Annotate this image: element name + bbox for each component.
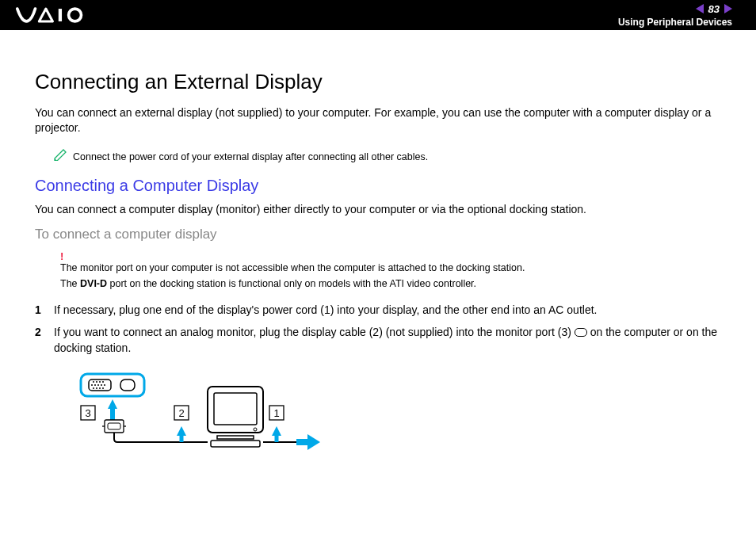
svg-point-12	[102, 381, 104, 383]
task-heading: To connect a computer display	[35, 227, 721, 242]
svg-point-5	[94, 384, 96, 386]
svg-point-13	[93, 387, 94, 389]
step-text: If you want to connect an analog monitor…	[54, 324, 721, 357]
next-page-icon[interactable]	[724, 4, 732, 13]
info-post: port on the docking station is functiona…	[107, 278, 476, 289]
step-text: If necessary, plug one end of the displa…	[54, 302, 597, 318]
monitor-port-icon	[575, 328, 587, 337]
svg-rect-30	[217, 436, 254, 439]
svg-point-32	[254, 428, 257, 431]
warning-block: ! The monitor port on your computer is n…	[60, 250, 721, 273]
header-bar: 83 Using Peripheral Devices	[0, 0, 756, 30]
note-block: Connect the power cord of your external …	[54, 151, 721, 162]
warning-text: The monitor port on your computer is not…	[60, 262, 721, 273]
svg-marker-34	[272, 426, 281, 436]
svg-point-11	[99, 381, 101, 383]
subheading: Connecting a Computer Display	[35, 177, 721, 195]
step-item: 1 If necessary, plug one end of the disp…	[35, 302, 721, 318]
svg-point-9	[93, 381, 94, 383]
svg-rect-36	[296, 439, 307, 445]
svg-rect-35	[275, 436, 279, 442]
step-item: 2 If you want to connect an analog monit…	[35, 324, 721, 357]
pencil-note-icon	[54, 148, 68, 161]
diagram-label-2: 2	[178, 407, 184, 419]
svg-rect-17	[120, 380, 135, 391]
step-number: 1	[35, 302, 54, 318]
svg-point-16	[102, 387, 104, 389]
svg-rect-29	[214, 393, 257, 425]
svg-point-15	[99, 387, 101, 389]
sub-intro: You can connect a computer display (moni…	[35, 203, 721, 216]
svg-point-6	[97, 384, 99, 386]
svg-point-4	[91, 384, 93, 386]
info-block: The DVI-D port on the docking station is…	[60, 278, 721, 289]
vaio-logo	[16, 6, 103, 24]
svg-point-14	[96, 387, 97, 389]
page-number: 83	[708, 3, 720, 15]
svg-marker-37	[307, 434, 320, 450]
diagram-label-1: 1	[273, 407, 279, 419]
info-pre: The	[60, 278, 80, 289]
svg-rect-20	[110, 409, 115, 420]
svg-point-1	[69, 9, 82, 21]
svg-rect-31	[211, 441, 260, 447]
svg-rect-27	[180, 436, 184, 442]
note-text: Connect the power cord of your external …	[73, 151, 428, 162]
svg-point-7	[101, 384, 102, 386]
section-title: Using Peripheral Devices	[618, 17, 732, 28]
step-number: 2	[35, 324, 54, 340]
diagram-label-3: 3	[85, 407, 90, 419]
svg-rect-0	[59, 9, 62, 21]
svg-rect-22	[108, 423, 120, 429]
page-content: Connecting an External Display You can c…	[0, 30, 756, 479]
warning-icon: !	[60, 250, 721, 262]
svg-marker-19	[108, 399, 117, 409]
svg-point-10	[96, 381, 97, 383]
steps-list: 1 If necessary, plug one end of the disp…	[35, 302, 721, 357]
prev-page-icon[interactable]	[696, 4, 704, 13]
svg-point-8	[104, 384, 105, 386]
svg-marker-26	[177, 426, 186, 436]
connection-diagram: 3 2 1	[59, 372, 320, 460]
info-bold: DVI-D	[80, 278, 107, 289]
page-title: Connecting an External Display	[35, 70, 721, 94]
page-nav: 83	[696, 3, 732, 15]
intro-paragraph: You can connect an external display (not…	[35, 105, 721, 135]
